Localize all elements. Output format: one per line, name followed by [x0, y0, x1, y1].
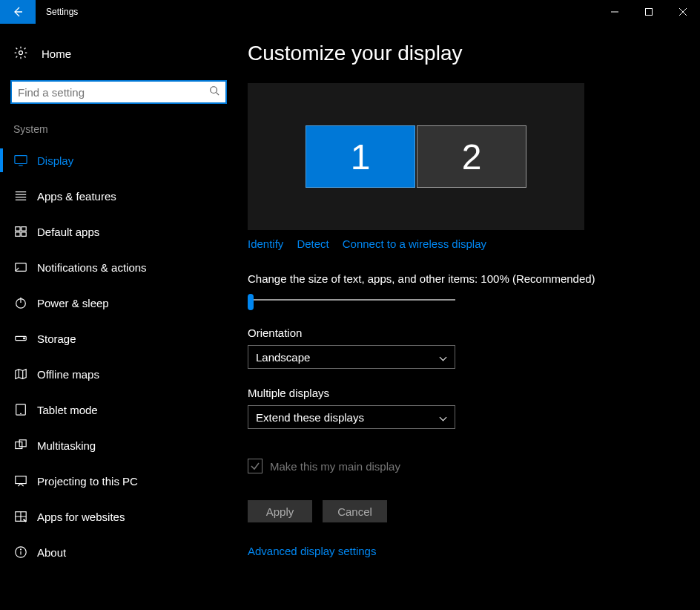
orientation-select[interactable]: Landscape — [248, 345, 455, 369]
websites-icon — [13, 510, 28, 523]
apply-button: Apply — [248, 500, 312, 522]
sidebar-item-about[interactable]: About — [0, 534, 230, 570]
sidebar-item-label: Apps & features — [37, 190, 116, 203]
notifications-icon — [13, 260, 28, 274]
search-input[interactable] — [10, 80, 227, 104]
sidebar-item-notifications[interactable]: Notifications & actions — [0, 249, 230, 285]
search-icon — [209, 85, 219, 99]
sidebar-item-label: About — [37, 546, 66, 559]
close-icon — [679, 8, 687, 16]
svg-rect-14 — [22, 227, 26, 231]
minimize-icon — [611, 8, 618, 16]
checkbox-icon — [248, 459, 262, 473]
apps-icon — [13, 189, 28, 203]
main-content: Customize your display 1 2 Identify Dete… — [230, 24, 700, 610]
sidebar-item-label: Tablet mode — [37, 404, 98, 416]
svg-rect-7 — [15, 156, 27, 164]
sidebar-item-projecting[interactable]: Projecting to this PC — [0, 463, 230, 499]
window-controls — [598, 0, 700, 24]
svg-rect-26 — [16, 442, 22, 449]
search-field[interactable] — [18, 86, 209, 99]
sidebar-item-apps-features[interactable]: Apps & features — [0, 178, 230, 214]
back-button[interactable] — [0, 0, 36, 24]
scale-label: Change the size of text, apps, and other… — [248, 272, 682, 285]
sidebar-item-label: Display — [37, 154, 73, 167]
main-display-checkbox: Make this my main display — [248, 459, 682, 473]
slider-thumb[interactable] — [248, 294, 254, 310]
action-buttons: Apply Cancel — [248, 500, 682, 522]
maximize-button[interactable] — [632, 0, 666, 24]
sidebar-item-label: Offline maps — [37, 368, 99, 381]
svg-rect-27 — [19, 440, 26, 447]
projecting-icon — [13, 474, 28, 488]
svg-point-4 — [19, 50, 23, 54]
scale-slider[interactable] — [248, 291, 455, 309]
multiple-displays-select[interactable]: Extend these displays — [248, 405, 455, 429]
svg-rect-1 — [646, 9, 653, 16]
svg-line-6 — [217, 93, 219, 96]
home-button[interactable]: Home — [0, 36, 230, 71]
home-label: Home — [42, 47, 71, 60]
page-title: Customize your display — [248, 42, 682, 65]
sidebar-item-storage[interactable]: Storage — [0, 321, 230, 356]
advanced-display-link[interactable]: Advanced display settings — [248, 545, 682, 557]
wireless-display-link[interactable]: Connect to a wireless display — [343, 237, 486, 250]
sidebar-item-multitasking[interactable]: Multitasking — [0, 427, 230, 463]
svg-point-21 — [24, 338, 25, 339]
sidebar-item-label: Storage — [37, 332, 76, 345]
gear-icon — [13, 45, 28, 62]
sidebar-item-label: Apps for websites — [37, 511, 125, 523]
display-links: Identify Detect Connect to a wireless di… — [248, 237, 682, 250]
svg-point-5 — [211, 87, 217, 94]
slider-track — [248, 299, 455, 301]
svg-point-32 — [21, 549, 22, 550]
maximize-icon — [645, 8, 653, 16]
sidebar: Home System Display Apps & features De — [0, 24, 230, 610]
orientation-value: Landscape — [256, 351, 310, 364]
orientation-label: Orientation — [248, 327, 682, 339]
sidebar-item-tablet-mode[interactable]: Tablet mode — [0, 392, 230, 427]
about-icon — [13, 545, 28, 559]
close-button[interactable] — [666, 0, 700, 24]
window-title: Settings — [46, 7, 78, 17]
sidebar-nav: Display Apps & features Default apps Not… — [0, 142, 230, 570]
maps-icon — [13, 367, 28, 381]
monitor-1[interactable]: 1 — [306, 125, 415, 188]
sidebar-item-label: Power & sleep — [37, 297, 109, 309]
sidebar-item-display[interactable]: Display — [0, 142, 230, 178]
main-display-label: Make this my main display — [270, 460, 400, 473]
sidebar-group-label: System — [0, 104, 230, 142]
cancel-button: Cancel — [323, 500, 387, 522]
chevron-down-icon — [440, 353, 447, 361]
multiple-displays-value: Extend these displays — [256, 411, 364, 424]
multiple-displays-label: Multiple displays — [248, 387, 682, 399]
detect-link[interactable]: Detect — [297, 237, 328, 250]
svg-rect-16 — [22, 232, 26, 236]
sidebar-item-label: Multitasking — [37, 439, 96, 452]
svg-rect-15 — [16, 232, 20, 236]
sidebar-item-label: Notifications & actions — [37, 261, 147, 274]
arrow-left-icon — [12, 6, 24, 18]
svg-rect-13 — [16, 227, 20, 231]
titlebar: Settings — [0, 0, 700, 24]
sidebar-item-label: Projecting to this PC — [37, 475, 138, 488]
svg-rect-28 — [16, 476, 26, 484]
monitor-preview: 1 2 — [248, 83, 584, 230]
sidebar-item-offline-maps[interactable]: Offline maps — [0, 356, 230, 392]
sidebar-item-default-apps[interactable]: Default apps — [0, 214, 230, 249]
monitor-2[interactable]: 2 — [417, 125, 526, 188]
identify-link[interactable]: Identify — [248, 237, 283, 250]
sidebar-item-power-sleep[interactable]: Power & sleep — [0, 285, 230, 321]
multitasking-icon — [13, 439, 28, 452]
tablet-icon — [13, 403, 28, 416]
power-icon — [13, 296, 28, 309]
storage-icon — [13, 332, 28, 345]
default-apps-icon — [13, 225, 28, 238]
sidebar-item-apps-websites[interactable]: Apps for websites — [0, 499, 230, 534]
display-icon — [13, 154, 28, 167]
chevron-down-icon — [440, 413, 447, 421]
minimize-button[interactable] — [598, 0, 632, 24]
sidebar-item-label: Default apps — [37, 226, 99, 238]
